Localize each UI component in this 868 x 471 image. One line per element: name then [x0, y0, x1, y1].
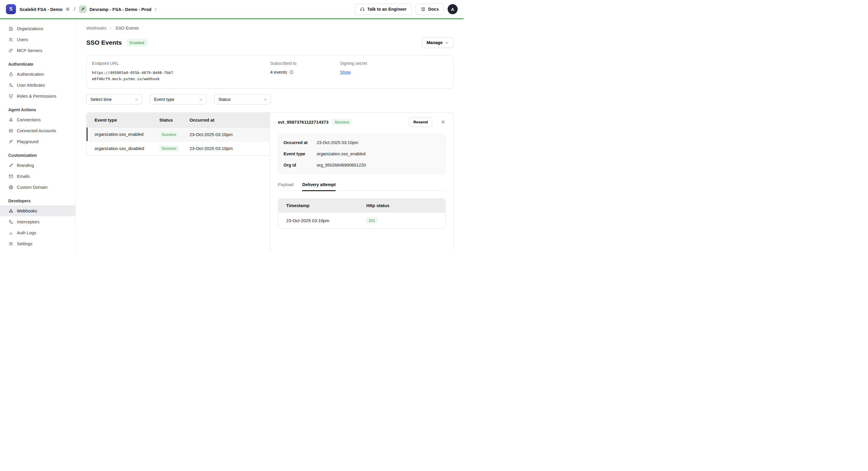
sidebar-item-label: Users — [17, 37, 28, 42]
chevron-down-icon — [263, 97, 268, 102]
table-row-sso-enabled[interactable]: organization.sso_enabled Success 23-Oct-… — [87, 127, 270, 141]
tab-delivery-attempt[interactable]: Delivery attempt — [302, 182, 336, 191]
subscribed-events-count: 4 events — [270, 69, 287, 75]
topbar-actions: Talk to an Engineer Docs A — [355, 4, 458, 15]
tab-payload[interactable]: Payload — [278, 182, 293, 191]
chevrons-up-down-icon — [153, 7, 158, 11]
sidebar-item-connected-accounts[interactable]: Connected Accounts — [0, 125, 75, 136]
event-type-value: organization.sso_enabled — [317, 151, 440, 156]
filter-bar: Select time Event type Status — [86, 94, 454, 105]
sidebar-item-webhooks[interactable]: Webhooks — [0, 205, 75, 216]
building-icon — [8, 26, 13, 31]
column-header-event-type: Event type — [87, 117, 159, 122]
subscribed-to-label: Subscribed to — [270, 61, 340, 66]
manage-label: Manage — [427, 40, 442, 45]
sidebar-item-label: Interceptors — [17, 219, 40, 224]
bar-chart-icon — [8, 230, 13, 235]
sidebar-item-user-attributes[interactable]: User Attributes — [0, 80, 75, 91]
chevron-down-icon — [134, 97, 138, 102]
delivery-table-row: 23-Oct-2025 03:10pm 201 — [278, 212, 445, 228]
event-type-dropdown[interactable]: Event type — [150, 94, 207, 105]
events-table-header: Event type Status Occurred at — [87, 113, 270, 127]
table-row-sso-disabled[interactable]: organization.sso_disabled Success 23-Oct… — [87, 141, 270, 155]
webhook-icon — [8, 208, 13, 214]
sidebar-item-branding[interactable]: Branding — [0, 160, 75, 171]
lock-icon — [8, 71, 13, 77]
sidebar-item-label: Authentication — [17, 72, 44, 77]
close-icon[interactable] — [441, 120, 445, 124]
sidebar-item-emails[interactable]: Emails — [0, 171, 75, 182]
cell-occurred-at: 23-Oct-2025 03:10pm — [189, 146, 270, 151]
talk-to-engineer-button[interactable]: Talk to an Engineer — [355, 4, 412, 15]
org-name: Scalekit FSA - Demo — [20, 7, 62, 12]
signing-secret-label: Signing secret — [340, 61, 367, 66]
page-title: SSO Events — [86, 39, 122, 46]
topbar: S Scalekit FSA - Demo / Devramp - FSA - … — [0, 0, 464, 18]
detail-tabs: Payload Delivery attempt — [278, 182, 445, 191]
select-time-dropdown[interactable]: Select time — [86, 94, 142, 105]
breadcrumb-webhooks[interactable]: Webhooks — [86, 26, 106, 30]
stacked-rows-icon — [8, 128, 13, 134]
status-dropdown[interactable]: Status — [214, 94, 271, 105]
sidebar-item-roles-permissions[interactable]: Roles & Permissions — [0, 91, 75, 101]
sidebar-item-organizations[interactable]: Organizations — [0, 23, 75, 34]
event-type-value: Event type — [154, 97, 175, 102]
sidebar-item-label: Settings — [17, 241, 32, 246]
sidebar-item-custom-domain[interactable]: Custom Domain — [0, 182, 75, 193]
docs-label: Docs — [428, 7, 439, 11]
user-avatar[interactable]: A — [447, 4, 458, 14]
sidebar-item-mcp-servers[interactable]: MCP Servers — [0, 45, 75, 56]
sidebar-item-users[interactable]: Users — [0, 34, 75, 45]
breadcrumb-current: SSO Events — [115, 26, 138, 30]
delivery-table-header: Timestamp Http status — [278, 199, 445, 212]
rocket-icon — [81, 7, 85, 11]
org-id-label: Org id — [283, 163, 317, 168]
main-content: Webhooks SSO Events SSO Events Enabled M… — [76, 19, 464, 252]
sidebar-item-playground[interactable]: Playground — [0, 136, 75, 147]
sidebar-section-authenticate: Authenticate — [0, 60, 75, 69]
sidebar-item-settings[interactable]: Settings — [0, 238, 75, 249]
show-secret-link[interactable]: Show — [340, 70, 351, 75]
endpoint-card: Endpoint URL https://405803a0-055b-4679-… — [86, 55, 454, 88]
sidebar-item-label: Custom Domain — [17, 185, 48, 189]
sidebar-item-auth-logs[interactable]: Auth Logs — [0, 227, 75, 238]
column-header-occurred-at: Occurred at — [189, 117, 270, 122]
endpoint-url-value: https://405803a0-055b-4679-8d48-fbb7e6f4… — [92, 69, 174, 82]
resend-button[interactable]: Resend — [409, 117, 432, 127]
sidebar-item-label: Emails — [17, 174, 30, 179]
globe-icon — [8, 185, 13, 190]
sidebar-item-label: MCP Servers — [17, 48, 42, 53]
manage-button[interactable]: Manage — [422, 37, 454, 48]
project-switcher[interactable] — [153, 7, 158, 11]
sidebar-item-authentication[interactable]: Authentication — [0, 69, 75, 80]
info-icon[interactable] — [289, 70, 294, 75]
sidebar-section-customization: Customization — [0, 151, 75, 160]
cell-occurred-at: 23-Oct-2025 03:10pm — [189, 132, 270, 137]
paintbrush-icon — [8, 163, 13, 168]
mail-icon — [8, 174, 13, 179]
sidebar-item-interceptors[interactable]: Interceptors — [0, 216, 75, 227]
sidebar-item-connections[interactable]: Connections — [0, 114, 75, 125]
status-badge-enabled: Enabled — [126, 39, 148, 47]
cubes-icon — [8, 117, 13, 122]
docs-button[interactable]: Docs — [416, 4, 444, 15]
column-header-status: Status — [159, 117, 189, 122]
status-badge-success: Success — [159, 131, 179, 138]
chevron-down-icon — [199, 97, 203, 102]
sidebar-item-label: Playground — [17, 139, 38, 144]
event-id: evt_95873761122714373 — [278, 120, 329, 124]
project-name: Devramp - FSA - Demo - Prod — [90, 7, 151, 12]
book-open-icon — [421, 7, 426, 12]
sidebar-section-developers: Developers — [0, 197, 75, 205]
status-badge-success: Success — [159, 145, 179, 151]
org-settings-button[interactable] — [65, 6, 70, 12]
sparkles-icon — [8, 139, 13, 144]
sidebar-item-label: Auth Logs — [17, 231, 36, 235]
breadcrumb-slash: / — [74, 6, 75, 12]
occurred-at-label: Occurred at — [283, 140, 317, 145]
event-detail-panel: evt_95873761122714373 Success Resend Occ… — [270, 112, 454, 252]
gear-icon — [65, 6, 70, 12]
events-table: Event type Status Occurred at organizati… — [86, 112, 270, 156]
cell-event-type: organization.sso_enabled — [87, 132, 159, 137]
talk-to-engineer-label: Talk to an Engineer — [368, 7, 407, 11]
